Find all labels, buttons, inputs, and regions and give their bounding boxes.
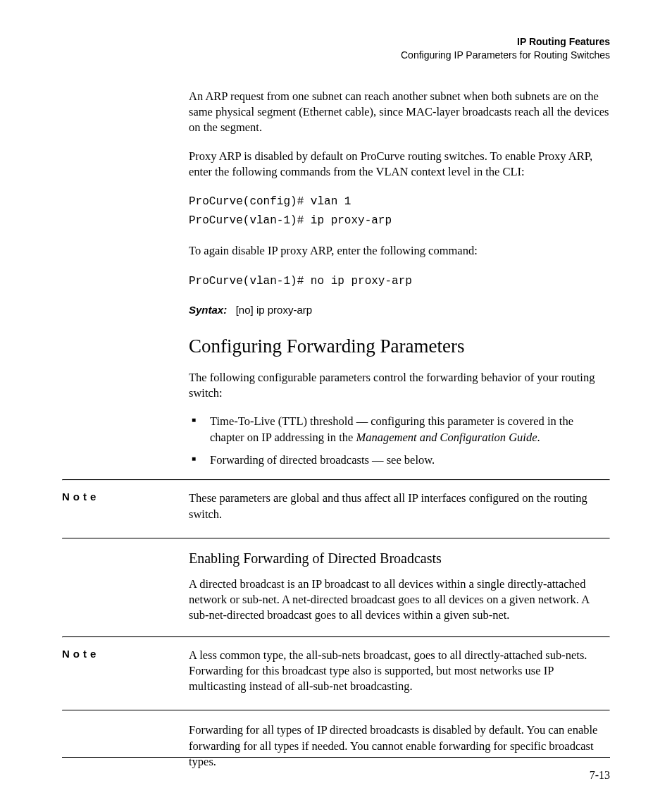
bullet-list: Time-To-Live (TTL) threshold — configuri…	[189, 414, 610, 468]
note-rule	[62, 636, 610, 638]
note-body: A less common type, the all-sub-nets bro…	[189, 648, 610, 695]
body-column: An ARP request from one subnet can reach…	[189, 89, 610, 468]
list-item-text: .	[537, 431, 540, 444]
syntax-line: Syntax: [no] ip proxy-arp	[189, 304, 610, 316]
note-label: Note	[62, 648, 189, 695]
subsection-heading: Enabling Forwarding of Directed Broadcas…	[189, 550, 610, 567]
note-row: Note A less common type, the all-sub-net…	[62, 641, 610, 705]
note-label: Note	[62, 491, 189, 522]
note-row: Note These parameters are global and thu…	[62, 483, 610, 532]
note-rule	[62, 479, 610, 481]
syntax-text: [no] ip proxy-arp	[236, 304, 312, 316]
body-column: Forwarding for all types of IP directed …	[189, 722, 610, 770]
body-column: Enabling Forwarding of Directed Broadcas…	[189, 550, 610, 624]
paragraph: A directed broadcast is an IP broadcast …	[189, 577, 610, 624]
header-title: IP Routing Features	[62, 35, 610, 49]
note-block: Note These parameters are global and thu…	[62, 479, 610, 539]
syntax-label: Syntax:	[189, 304, 227, 316]
paragraph: Forwarding for all types of IP directed …	[189, 722, 610, 770]
footer-rule	[62, 757, 610, 758]
book-title: Management and Configuration Guide	[356, 431, 537, 444]
note-block: Note A less common type, the all-sub-net…	[62, 636, 610, 712]
list-item-text: Forwarding of directed broadcasts — see …	[210, 453, 435, 467]
code-block: ProCurve(vlan-1)# no ip proxy-arp	[189, 272, 610, 291]
note-body: These parameters are global and thus aff…	[189, 491, 610, 522]
code-block: ProCurve(config)# vlan 1 ProCurve(vlan-1…	[189, 192, 610, 230]
note-rule	[62, 710, 610, 711]
list-item: Forwarding of directed broadcasts — see …	[207, 452, 610, 468]
running-header: IP Routing Features Configuring IP Param…	[62, 35, 610, 62]
list-item: Time-To-Live (TTL) threshold — configuri…	[207, 414, 610, 445]
section-heading: Configuring Forwarding Parameters	[189, 335, 610, 357]
header-subtitle: Configuring IP Parameters for Routing Sw…	[62, 49, 610, 62]
paragraph: An ARP request from one subnet can reach…	[189, 89, 610, 136]
paragraph: The following configurable parameters co…	[189, 370, 610, 402]
note-rule	[62, 538, 610, 539]
page-number: 7-13	[590, 769, 610, 782]
paragraph: Proxy ARP is disabled by default on ProC…	[189, 149, 610, 180]
page: IP Routing Features Configuring IP Param…	[0, 0, 672, 807]
paragraph: To again disable IP proxy ARP, enter the…	[189, 243, 610, 259]
